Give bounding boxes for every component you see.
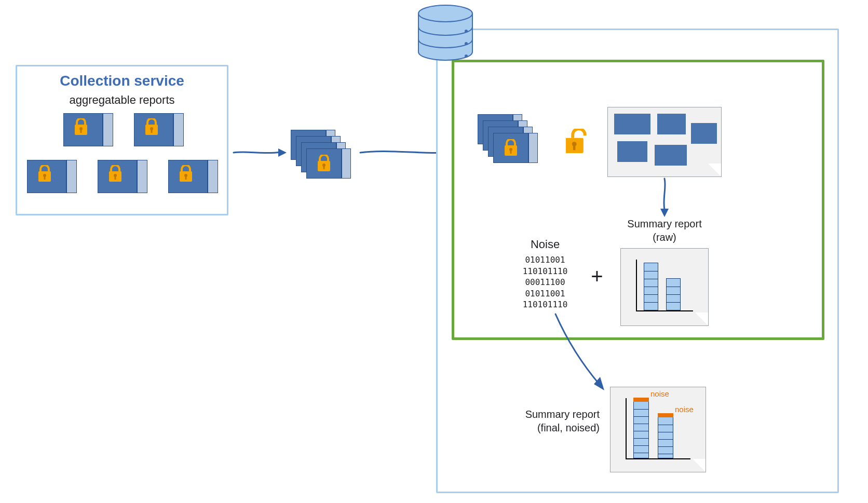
encrypted-report-icon [63,113,113,146]
summary-final-label: Summary report (final, noised) [496,407,600,434]
bar-chart-final [620,392,696,465]
encrypted-report-icon [134,113,184,146]
plus-icon: + [587,265,607,288]
noise-tag: noise [650,389,669,398]
encrypted-report-icon [98,160,147,193]
collection-subtitle: aggregatable reports [16,93,228,107]
encrypted-report-icon [27,160,77,193]
noise-bits: 01011001 110101110 00011100 01011001 110… [511,254,579,310]
summary-raw-label: Summary report (raw) [610,217,719,244]
summary-raw-line2: (raw) [653,232,676,243]
decrypted-data-doc [607,107,722,177]
arrow-icon [654,178,675,219]
summary-raw-line1: Summary report [627,218,701,229]
report-batch-icon [291,130,353,182]
arrow-icon [550,311,613,395]
svg-marker-13 [660,209,669,217]
arrow-icon [232,145,289,161]
summary-final-line1: Summary report [525,409,600,420]
bar-chart-raw [631,254,698,317]
svg-point-6 [465,55,468,58]
noise-tag: noise [675,405,694,414]
summary-final-line2: (final, noised) [537,422,600,433]
svg-point-5 [465,42,468,45]
report-batch-icon [478,114,540,166]
svg-point-4 [465,30,468,33]
unlock-icon [566,129,592,155]
noise-label: Noise [514,238,576,251]
svg-marker-15 [278,148,287,157]
encrypted-report-icon [168,160,218,193]
collection-title: Collection service [16,73,228,89]
database-icon [414,4,477,61]
